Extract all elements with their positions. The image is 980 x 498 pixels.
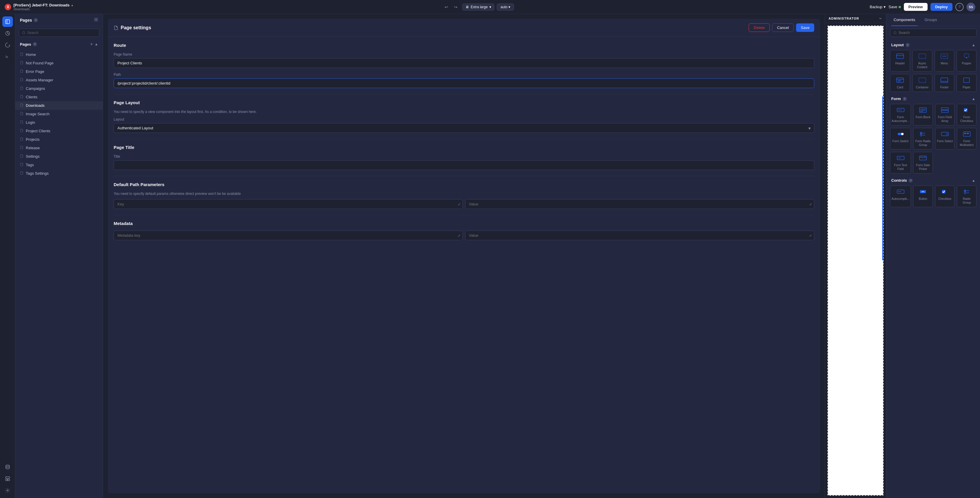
component-container[interactable]: Container [912, 74, 932, 92]
page-item[interactable]: Downloads [15, 101, 103, 110]
topbar: 8 [ProServ] Jebel-FT: Downloads ▲ /downl… [0, 0, 980, 14]
settings-nav-button[interactable] [2, 485, 13, 496]
search-input[interactable] [27, 31, 96, 35]
title-label: Title [114, 154, 814, 159]
controls-collapse-button[interactable]: ▲ [972, 179, 975, 182]
key-input[interactable] [114, 199, 463, 209]
component-footer[interactable]: Footer [935, 74, 955, 92]
save-indicator [899, 6, 901, 8]
tab-groups[interactable]: Groups [922, 14, 940, 26]
svg-rect-16 [919, 54, 926, 59]
cancel-button[interactable]: Cancel [772, 24, 794, 32]
controls-info-icon[interactable]: ? [908, 179, 913, 182]
page-item[interactable]: Campaigns [15, 84, 103, 93]
functions-nav-button[interactable]: fx [2, 51, 13, 62]
form-autocomplete-label: Form Autocomple... [891, 115, 909, 123]
component-form-checkbox[interactable]: Form Checkbox [957, 104, 977, 125]
layout-select[interactable]: Authenticated LayoutPublic LayoutNone [114, 123, 814, 133]
page-item[interactable]: Assets Manager [15, 76, 103, 84]
form-section-header: Form ? ▲ [890, 97, 977, 101]
page-item[interactable]: Projects [15, 135, 103, 144]
tab-components[interactable]: Components [891, 14, 918, 26]
component-form-select[interactable]: Form Select [935, 128, 955, 149]
component-form-switch[interactable]: Form Switch [890, 128, 911, 149]
component-radio-group[interactable]: Radio Group [957, 186, 977, 207]
delete-button[interactable]: Delete [749, 24, 770, 32]
styles-nav-button[interactable] [2, 40, 13, 50]
device-selector[interactable]: 🖥 Extra large ▾ [462, 3, 495, 11]
page-item[interactable]: Home [15, 50, 103, 59]
layout-nav-button[interactable] [2, 473, 13, 484]
save-settings-button[interactable]: Save [796, 24, 814, 32]
page-item[interactable]: Settings [15, 152, 103, 161]
metadata-value-input[interactable] [465, 231, 814, 240]
button-label: Button [919, 197, 927, 201]
title-input[interactable] [114, 160, 814, 170]
page-name-input[interactable] [114, 58, 814, 68]
chevron-up-icon[interactable]: ▲ [71, 3, 73, 7]
component-form-block[interactable]: Form Block [913, 104, 933, 125]
page-item[interactable]: Clients [15, 93, 103, 101]
layout-group: Layout Authenticated LayoutPublic Layout… [114, 117, 814, 133]
component-form-date-picker[interactable]: Form Date Picker [913, 152, 933, 173]
page-item[interactable]: Image Search [15, 110, 103, 118]
layout-collapse-button[interactable]: ▲ [972, 43, 975, 47]
help-button[interactable]: ? [955, 3, 964, 11]
right-search [886, 26, 980, 39]
component-form-autocomplete[interactable]: Form Autocomple... [890, 104, 911, 125]
topbar-center: ↩ ↪ 🖥 Extra large ▾ auto ▾ [90, 3, 866, 11]
component-menu[interactable]: Menu [935, 50, 955, 72]
grid-view-button[interactable] [94, 17, 98, 22]
page-item[interactable]: Not Found Page [15, 59, 103, 67]
pages-info-icon[interactable]: ? [34, 18, 38, 22]
deploy-button[interactable]: Deploy [931, 3, 953, 11]
component-paper[interactable]: Paper [956, 74, 977, 92]
pages-nav-button[interactable] [2, 16, 13, 27]
redo-button[interactable]: ↪ [452, 3, 460, 11]
metadata-key-input[interactable] [114, 231, 463, 240]
chevron-down-icon[interactable] [878, 16, 883, 21]
svg-rect-58 [942, 190, 945, 193]
form-collapse-button[interactable]: ▲ [972, 97, 975, 101]
component-card[interactable]: Card [890, 74, 910, 92]
page-item[interactable]: Release [15, 144, 103, 152]
path-input[interactable] [114, 78, 814, 88]
component-form-radio-group[interactable]: Form Radio Group [913, 128, 933, 149]
pages-list-info-icon[interactable]: ? [33, 42, 37, 46]
form-info-icon[interactable]: ? [903, 97, 907, 101]
page-item[interactable]: Tags Settings [15, 169, 103, 178]
footer-label: Footer [940, 86, 949, 89]
preview-header: ADMINISTRATOR [825, 14, 886, 23]
preview-button[interactable]: Preview [904, 3, 928, 11]
component-header[interactable]: Header [890, 50, 910, 72]
components-search-input[interactable] [899, 31, 973, 35]
collapse-pages-button[interactable]: ▲ [95, 42, 98, 46]
component-form-multiselect[interactable]: Form Multiselect [957, 128, 977, 149]
add-page-button[interactable]: + [90, 41, 93, 47]
layout-info-icon[interactable]: ? [905, 43, 910, 47]
auto-selector[interactable]: auto ▾ [497, 3, 514, 11]
expand-icon: ⤢ [458, 202, 460, 206]
component-button[interactable]: Button [913, 186, 933, 207]
component-popper[interactable]: Popper [956, 50, 977, 72]
controls-section-title: Controls ? [891, 178, 913, 182]
component-autocomplete[interactable]: Autocomple... [890, 186, 911, 207]
db-nav-button[interactable] [2, 462, 13, 472]
component-async-content[interactable]: Async Content [912, 50, 932, 72]
page-item[interactable]: Error Page [15, 67, 103, 76]
value-input[interactable] [465, 199, 814, 209]
page-item[interactable]: Project Clients [15, 127, 103, 135]
backup-button[interactable]: Backup ▾ [870, 5, 885, 9]
page-item[interactable]: Login [15, 118, 103, 127]
menu-icon [940, 53, 949, 60]
component-form-text-field[interactable]: Form Text Field [890, 152, 911, 173]
save-button[interactable]: Save [889, 5, 901, 9]
component-form-field-array[interactable]: Form Field Array [935, 104, 955, 125]
page-layout-hint: You need to specify a view component int… [114, 110, 814, 114]
components-nav-button[interactable] [2, 28, 13, 39]
component-checkbox[interactable]: Checkbox [935, 186, 955, 207]
paper-label: Paper [963, 86, 970, 89]
scroll-indicator [882, 96, 883, 260]
undo-button[interactable]: ↩ [442, 3, 450, 11]
page-item[interactable]: Tags [15, 161, 103, 169]
